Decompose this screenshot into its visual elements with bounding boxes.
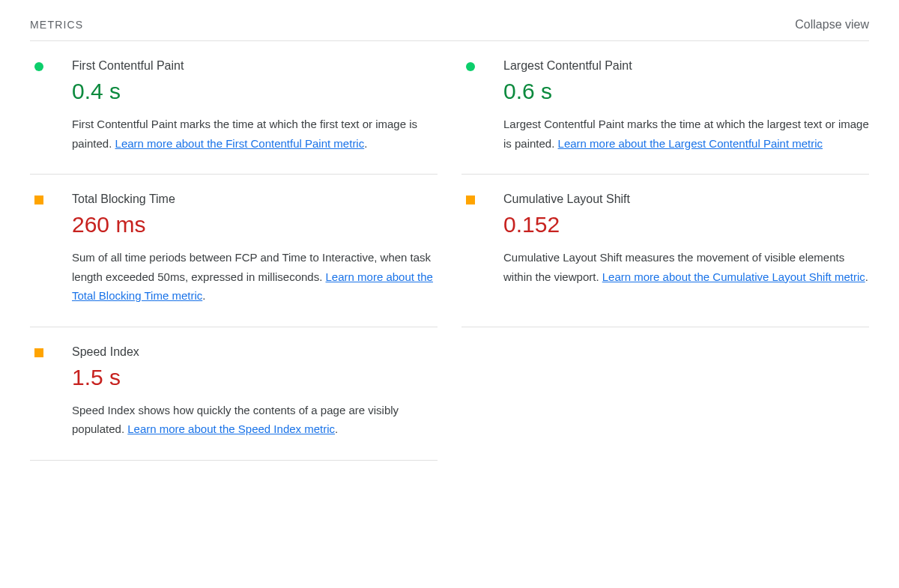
status-col: [461, 193, 503, 306]
metric-description: Cumulative Layout Shift measures the mov…: [503, 248, 869, 286]
metrics-grid: First Contentful Paint 0.4 s First Conte…: [30, 41, 869, 461]
status-col: [30, 345, 72, 439]
metric-title: Total Blocking Time: [72, 193, 438, 206]
learn-more-link[interactable]: Learn more about the First Contentful Pa…: [115, 137, 365, 150]
metric-speed-index: Speed Index 1.5 s Speed Index shows how …: [30, 327, 438, 461]
status-good-icon: [34, 62, 43, 71]
metric-value: 260 ms: [72, 212, 438, 237]
learn-more-link[interactable]: Learn more about the Cumulative Layout S…: [602, 270, 865, 283]
desc-post: .: [364, 137, 367, 150]
status-col: [30, 193, 72, 306]
metric-body: First Contentful Paint 0.4 s First Conte…: [72, 59, 438, 153]
metric-total-blocking-time: Total Blocking Time 260 ms Sum of all ti…: [30, 175, 438, 327]
metric-description: Largest Contentful Paint marks the time …: [503, 115, 869, 153]
status-average-icon: [34, 196, 43, 204]
metric-description: Speed Index shows how quickly the conten…: [72, 401, 438, 439]
metric-body: Total Blocking Time 260 ms Sum of all ti…: [72, 193, 438, 306]
metric-value: 0.152: [503, 212, 869, 237]
metric-value: 0.4 s: [72, 79, 438, 104]
desc-post: .: [865, 270, 868, 283]
metric-first-contentful-paint: First Contentful Paint 0.4 s First Conte…: [30, 41, 438, 175]
metric-cumulative-layout-shift: Cumulative Layout Shift 0.152 Cumulative…: [461, 175, 869, 327]
metric-description: First Contentful Paint marks the time at…: [72, 115, 438, 153]
metric-body: Speed Index 1.5 s Speed Index shows how …: [72, 345, 438, 439]
learn-more-link[interactable]: Learn more about the Speed Index metric: [127, 422, 335, 435]
desc-post: .: [335, 422, 338, 435]
status-col: [30, 59, 72, 153]
status-col: [461, 59, 503, 153]
metric-largest-contentful-paint: Largest Contentful Paint 0.6 s Largest C…: [461, 41, 869, 175]
metric-title: Cumulative Layout Shift: [503, 193, 869, 206]
metric-title: Speed Index: [72, 345, 438, 359]
metrics-header: METRICS Collapse view: [30, 18, 869, 41]
collapse-view-link[interactable]: Collapse view: [795, 18, 869, 31]
metric-title: First Contentful Paint: [72, 59, 438, 73]
status-average-icon: [466, 196, 475, 204]
learn-more-link[interactable]: Learn more about the Largest Contentful …: [558, 137, 823, 150]
status-average-icon: [34, 348, 43, 357]
metric-value: 0.6 s: [503, 79, 869, 104]
metric-body: Cumulative Layout Shift 0.152 Cumulative…: [503, 193, 869, 306]
metric-value: 1.5 s: [72, 365, 438, 390]
metric-description: Sum of all time periods between FCP and …: [72, 248, 438, 306]
status-good-icon: [466, 62, 475, 71]
desc-post: .: [202, 289, 205, 302]
metric-body: Largest Contentful Paint 0.6 s Largest C…: [503, 59, 869, 153]
metric-title: Largest Contentful Paint: [503, 59, 869, 73]
section-title: METRICS: [30, 19, 83, 31]
